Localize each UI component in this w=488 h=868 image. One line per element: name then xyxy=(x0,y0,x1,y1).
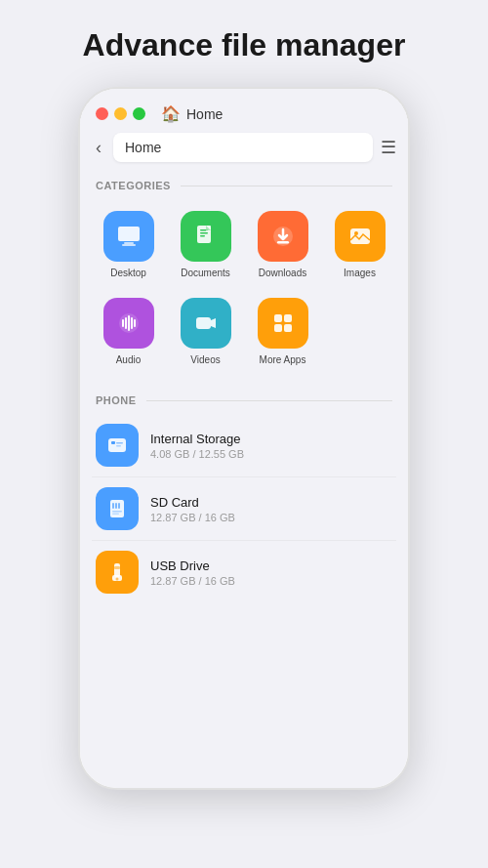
usb-icon xyxy=(96,551,139,594)
phone-divider xyxy=(146,400,392,401)
home-label: Home xyxy=(186,106,223,122)
list-view-icon[interactable]: ☰ xyxy=(381,137,396,158)
phone-section-header: PHONE xyxy=(80,385,408,414)
more-apps-label: More Apps xyxy=(260,354,306,365)
category-desktop[interactable]: Desktop xyxy=(92,203,165,286)
downloads-label: Downloads xyxy=(259,268,306,278)
category-documents[interactable]: Documents xyxy=(169,203,242,286)
svg-rect-14 xyxy=(274,314,282,322)
downloads-icon xyxy=(258,211,308,262)
svg-rect-16 xyxy=(274,324,282,332)
category-images[interactable]: Images xyxy=(323,203,396,286)
documents-icon xyxy=(181,211,231,262)
svg-rect-17 xyxy=(284,324,292,332)
svg-rect-25 xyxy=(118,503,120,509)
usb-size: 12.87 GB / 16 GB xyxy=(150,575,235,587)
internal-storage-size: 4.08 GB / 12.55 GB xyxy=(150,448,244,460)
svg-rect-0 xyxy=(118,227,140,241)
audio-label: Audio xyxy=(116,354,142,365)
desktop-label: Desktop xyxy=(110,268,146,278)
category-grid: Desktop Documents xyxy=(80,199,408,385)
svg-rect-23 xyxy=(112,503,114,509)
more-apps-icon xyxy=(258,298,308,349)
svg-rect-6 xyxy=(200,235,205,237)
usb-info: USB Drive 12.87 GB / 16 GB xyxy=(150,558,235,587)
svg-rect-24 xyxy=(115,503,117,509)
home-title: 🏠 Home xyxy=(161,104,223,123)
categories-section-header: CATEGORIES xyxy=(80,170,408,199)
page-title: Advance file manager xyxy=(83,27,406,63)
storage-item-sdcard[interactable]: SD Card 12.87 GB / 16 GB xyxy=(92,477,396,541)
audio-icon xyxy=(103,298,154,349)
svg-rect-26 xyxy=(112,511,122,513)
svg-rect-22 xyxy=(110,500,124,517)
categories-divider xyxy=(181,186,392,186)
storage-list: Internal Storage 4.08 GB / 12.55 GB xyxy=(80,414,408,603)
documents-label: Documents xyxy=(181,268,230,278)
back-button[interactable]: ‹ xyxy=(92,136,105,160)
usb-name: USB Drive xyxy=(150,558,235,573)
phone-frame: 🏠 Home ‹ Home ☰ CATEGORIES xyxy=(78,87,410,790)
svg-rect-27 xyxy=(112,514,119,516)
category-audio[interactable]: Audio xyxy=(92,290,165,373)
phone-inner: 🏠 Home ‹ Home ☰ CATEGORIES xyxy=(80,89,408,788)
images-label: Images xyxy=(344,268,376,278)
sdcard-info: SD Card 12.87 GB / 16 GB xyxy=(150,495,235,523)
svg-point-31 xyxy=(116,578,119,581)
scroll-content: CATEGORIES Desktop xyxy=(80,170,408,788)
minimize-button[interactable] xyxy=(114,107,127,120)
home-icon: 🏠 xyxy=(161,104,181,123)
svg-rect-19 xyxy=(111,441,115,444)
images-icon xyxy=(335,211,386,262)
internal-storage-icon xyxy=(96,424,139,467)
svg-rect-20 xyxy=(116,442,123,444)
svg-rect-21 xyxy=(116,445,121,447)
svg-rect-13 xyxy=(196,317,211,329)
videos-icon xyxy=(181,298,231,349)
phone-label: PHONE xyxy=(96,394,137,406)
search-bar[interactable]: Home xyxy=(113,133,373,162)
categories-label: CATEGORIES xyxy=(96,180,171,191)
category-downloads[interactable]: Downloads xyxy=(246,203,319,286)
svg-rect-9 xyxy=(277,241,289,244)
svg-rect-28 xyxy=(114,563,120,577)
internal-storage-info: Internal Storage 4.08 GB / 12.55 GB xyxy=(150,432,244,460)
svg-rect-30 xyxy=(114,566,120,569)
desktop-icon xyxy=(103,211,154,262)
storage-item-internal[interactable]: Internal Storage 4.08 GB / 12.55 GB xyxy=(92,414,396,477)
search-row: ‹ Home ☰ xyxy=(80,129,408,170)
svg-rect-15 xyxy=(284,314,292,322)
sdcard-size: 12.87 GB / 16 GB xyxy=(150,512,235,523)
sdcard-icon xyxy=(96,487,139,530)
sdcard-name: SD Card xyxy=(150,495,235,510)
storage-item-usb[interactable]: USB Drive 12.87 GB / 16 GB xyxy=(92,541,396,603)
title-bar: 🏠 Home xyxy=(80,89,408,129)
internal-storage-name: Internal Storage xyxy=(150,432,244,446)
maximize-button[interactable] xyxy=(133,107,145,120)
svg-rect-5 xyxy=(200,232,208,234)
svg-rect-1 xyxy=(124,242,134,244)
svg-rect-2 xyxy=(122,244,136,246)
close-button[interactable] xyxy=(96,107,108,120)
category-more-apps[interactable]: More Apps xyxy=(246,290,319,373)
traffic-lights xyxy=(96,107,145,120)
videos-label: Videos xyxy=(190,354,220,365)
category-videos[interactable]: Videos xyxy=(169,290,242,373)
